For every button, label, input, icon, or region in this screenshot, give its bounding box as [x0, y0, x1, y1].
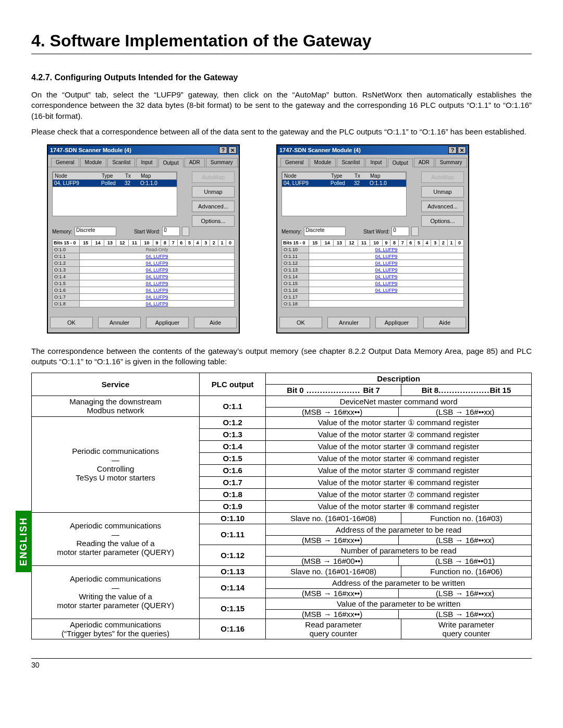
title-rule — [31, 54, 532, 54]
tab-summary[interactable]: Summary — [435, 158, 467, 167]
mem-addr: O:1.0 — [53, 246, 80, 253]
tab-general[interactable]: General — [51, 158, 79, 167]
device-row[interactable]: 04, LUFP9Polled32O:1.1.0 — [53, 180, 177, 187]
unmap-button[interactable]: Unmap — [421, 186, 464, 198]
close-icon[interactable]: ✕ — [228, 146, 237, 154]
device-list[interactable]: NodeTypeTxMap 04, LUFP9Polled32O:1.1.0 — [282, 171, 407, 216]
plc-cell: O:1.16 — [200, 619, 266, 639]
desc-cell: Value of the motor starter ⑦ command reg… — [266, 488, 532, 500]
tab-adr[interactable]: ADR — [414, 158, 434, 167]
tab-general[interactable]: General — [280, 158, 309, 167]
close-icon[interactable]: ✕ — [458, 146, 466, 154]
plc-cell: O:1.8 — [200, 488, 266, 500]
options-button[interactable]: Options... — [421, 215, 464, 227]
desc-cell: Slave no. (16#01-16#08) — [266, 565, 401, 577]
desc-cell: Address of the parameter to be read(MSB … — [266, 524, 532, 545]
memory-select[interactable]: Discrete — [75, 227, 116, 236]
tab-scanlist[interactable]: Scanlist — [337, 158, 364, 167]
bit7-label: Bit 7 — [363, 386, 380, 394]
col-description: Description — [266, 373, 532, 384]
device-row[interactable]: 04, LUFP9Polled32O:1.1.0 — [282, 180, 406, 187]
startword-spinner[interactable] — [182, 227, 189, 236]
mem-value: 04, LUFP9 — [80, 301, 235, 307]
plc-cell: O:1.1 — [200, 396, 266, 416]
tab-input[interactable]: Input — [136, 158, 157, 167]
mem-addr: O:1.13 — [282, 267, 309, 274]
help-button[interactable]: Aide — [194, 317, 237, 328]
memory-select[interactable]: Discrete — [304, 227, 346, 236]
mem-addr: O:1.3 — [53, 267, 80, 274]
tabs-bar: GeneralModuleScanlistInputOutputADRSumma… — [277, 155, 468, 167]
tab-adr[interactable]: ADR — [185, 158, 205, 167]
plc-cell: O:1.11 — [200, 524, 266, 545]
mem-addr: O:1.10 — [282, 246, 309, 253]
unmap-button[interactable]: Unmap — [192, 186, 235, 198]
mem-addr: O:1.17 — [282, 294, 309, 301]
mem-value: 04, LUFP9 — [309, 260, 464, 267]
mem-addr: O:1.18 — [282, 301, 309, 307]
titlebar: 1747-SDN Scanner Module (4) ? ✕ — [277, 145, 468, 155]
mem-addr: O:1.16 — [282, 287, 309, 294]
desc-cell: Value of the motor starter ② command reg… — [266, 428, 532, 440]
apply-button[interactable]: Appliquer — [375, 317, 418, 328]
ok-button[interactable]: OK — [279, 317, 322, 328]
desc-cell: Slave no. (16#01-16#08) — [266, 512, 401, 524]
mem-addr: O:1.1 — [53, 253, 80, 260]
desc-cell: Function no. (16#06) — [401, 565, 531, 577]
mem-value: 04, LUFP9 — [309, 267, 464, 274]
language-tab: ENGLISH — [16, 511, 32, 572]
startword-input[interactable]: 0 — [162, 227, 180, 236]
mem-addr: O:1.8 — [53, 301, 80, 307]
mem-value: 04, LUFP9 — [80, 280, 235, 287]
tab-module[interactable]: Module — [310, 158, 336, 167]
desc-cell: Value of the motor starter ⑥ command reg… — [266, 476, 532, 488]
cancel-button[interactable]: Annuler — [327, 317, 370, 328]
automap-button[interactable]: AutoMap — [192, 171, 235, 183]
mem-addr: O:1.4 — [53, 274, 80, 280]
tab-summary[interactable]: Summary — [206, 158, 238, 167]
startword-input[interactable]: 0 — [391, 227, 409, 236]
options-button[interactable]: Options... — [192, 215, 235, 227]
col-bits-low: Bit 0 .................... Bit 7 — [266, 384, 401, 396]
tab-module[interactable]: Module — [80, 158, 107, 167]
service-cell: Aperiodic communications—Reading the val… — [32, 512, 200, 565]
automap-button[interactable]: AutoMap — [421, 171, 464, 183]
service-cell: Aperiodic communications—Writing the val… — [32, 565, 200, 619]
apply-button[interactable]: Appliquer — [146, 317, 189, 328]
dialog-right: 1747-SDN Scanner Module (4) ? ✕ GeneralM… — [276, 144, 469, 334]
window-title: 1747-SDN Scanner Module (4) — [279, 147, 361, 153]
desc-cell: DeviceNet master command word(MSB → 16#x… — [266, 396, 532, 416]
tab-output[interactable]: Output — [388, 158, 413, 167]
startword-label: Start Word: — [363, 229, 389, 235]
bits-table: Bits 15 - 01514131211109876543210 O:1.0R… — [52, 239, 235, 307]
tabs-bar: GeneralModuleScanlistInputOutputADRSumma… — [48, 155, 239, 167]
paragraph-3: The correspondence between the contents … — [31, 346, 532, 367]
tab-input[interactable]: Input — [365, 158, 386, 167]
help-button[interactable]: Aide — [423, 317, 466, 328]
cancel-button[interactable]: Annuler — [98, 317, 141, 328]
tab-scanlist[interactable]: Scanlist — [107, 158, 135, 167]
mem-addr: O:1.12 — [282, 260, 309, 267]
tab-output[interactable]: Output — [158, 158, 183, 167]
plc-cell: O:1.7 — [200, 476, 266, 488]
mem-value: 04, LUFP9 — [309, 274, 464, 280]
advanced-button[interactable]: Advanced... — [192, 201, 235, 212]
bits-table: Bits 15 - 01514131211109876543210 O:1.10… — [282, 239, 464, 307]
mem-value — [309, 301, 464, 307]
device-list[interactable]: NodeTypeTxMap 04, LUFP9Polled32O:1.1.0 — [52, 171, 177, 216]
output-mapping-table: Service PLC output Description Bit 0 ...… — [31, 373, 532, 639]
help-icon[interactable]: ? — [219, 146, 227, 154]
advanced-button[interactable]: Advanced... — [421, 201, 464, 212]
desc-cell: Function no. (16#03) — [401, 512, 531, 524]
plc-cell: O:1.13 — [200, 565, 266, 577]
help-icon[interactable]: ? — [448, 146, 457, 154]
mem-value: 04, LUFP9 — [80, 294, 235, 301]
mem-value — [309, 294, 464, 301]
paragraph-1: On the “Output” tab, select the “LUFP9” … — [31, 90, 532, 121]
startword-spinner[interactable] — [411, 227, 419, 236]
dialog-left: 1747-SDN Scanner Module (4) ? ✕ GeneralM… — [47, 144, 240, 334]
ok-button[interactable]: OK — [50, 317, 93, 328]
mem-value: 04, LUFP9 — [309, 246, 464, 253]
page-number: 30 — [31, 658, 532, 669]
bit8-label: Bit 8 — [422, 386, 439, 394]
